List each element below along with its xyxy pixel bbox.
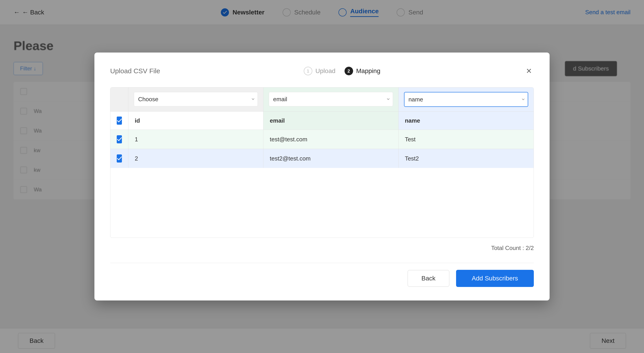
modal-overlay: Upload CSV File 1 Upload 2 Mapping ✕: [0, 0, 644, 353]
data-column-headers: id email name: [110, 111, 534, 130]
total-count: Total Count : 2/2: [110, 245, 534, 252]
col-header-empty: [110, 88, 128, 111]
table-row-1: 1 test@test.com Test: [110, 130, 534, 149]
modal-step-mapping-label: Mapping: [356, 67, 380, 75]
name-column-select[interactable]: name: [404, 92, 528, 107]
col-header-choose: Choose: [128, 88, 264, 111]
row1-checkbox[interactable]: [117, 135, 122, 143]
row2-name: Test2: [398, 149, 534, 168]
column-selectors-row: Choose email name: [110, 88, 534, 111]
mapping-table: Choose email name: [110, 87, 534, 238]
header-id: id: [128, 112, 264, 130]
modal-title: Upload CSV File: [110, 67, 160, 75]
col-header-name: name: [398, 88, 534, 111]
choose-column-select[interactable]: Choose: [134, 92, 258, 106]
modal-footer: Back Add Subscribers: [110, 263, 534, 287]
modal-step-upload: 1 Upload: [304, 67, 336, 75]
modal-add-subscribers-button[interactable]: Add Subscribers: [456, 270, 534, 287]
header-checkbox-cell: [110, 112, 128, 130]
row2-checkbox-cell: [110, 149, 128, 168]
row2-id: 2: [128, 149, 264, 168]
modal-step-upload-num: 1: [304, 67, 312, 75]
row1-checkbox-cell: [110, 130, 128, 149]
email-column-select[interactable]: email: [269, 92, 393, 106]
modal-steps: 1 Upload 2 Mapping: [304, 67, 380, 75]
upload-csv-modal: Upload CSV File 1 Upload 2 Mapping ✕: [94, 53, 550, 300]
modal-header: Upload CSV File 1 Upload 2 Mapping ✕: [110, 66, 534, 76]
modal-close-button[interactable]: ✕: [524, 66, 534, 76]
modal-step-mapping: 2 Mapping: [344, 67, 380, 75]
row1-id: 1: [128, 130, 264, 149]
row2-checkbox[interactable]: [117, 154, 122, 163]
header-name: name: [398, 112, 534, 130]
modal-step-upload-label: Upload: [316, 67, 336, 75]
header-checkbox[interactable]: [117, 117, 122, 125]
header-email: email: [264, 112, 398, 130]
table-row-2: 2 test2@test.com Test2: [110, 149, 534, 168]
col-header-email: email: [264, 88, 398, 111]
row1-name: Test: [398, 130, 534, 149]
row2-email: test2@test.com: [264, 149, 398, 168]
row1-email: test@test.com: [264, 130, 398, 149]
modal-step-mapping-num: 2: [344, 67, 353, 75]
modal-back-button[interactable]: Back: [408, 270, 449, 287]
